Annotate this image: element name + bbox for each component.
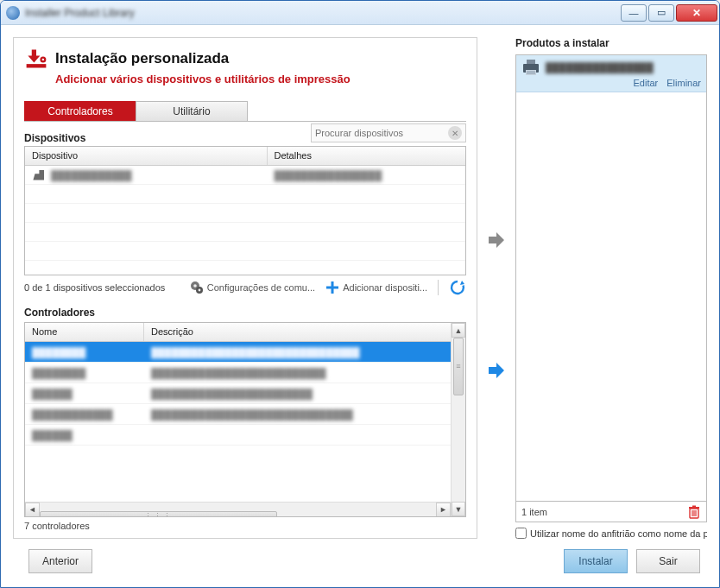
product-delete-link[interactable]: Eliminar bbox=[666, 78, 701, 88]
svg-rect-0 bbox=[27, 64, 47, 67]
add-to-products-button[interactable] bbox=[487, 231, 506, 250]
horizontal-scrollbar[interactable]: ◄ ⋮⋮⋮ ► bbox=[25, 502, 451, 516]
page-title: Instalação personalizada bbox=[55, 50, 229, 67]
controller-row[interactable]: ██████ bbox=[25, 425, 451, 446]
scroll-down-icon[interactable]: ▼ bbox=[452, 502, 465, 516]
svg-rect-13 bbox=[527, 73, 535, 74]
controllers-count: 7 controladores bbox=[24, 521, 466, 531]
scroll-vthumb[interactable]: ≡ bbox=[453, 338, 464, 395]
controller-row[interactable]: ██████ ████████████████████████ bbox=[25, 383, 451, 404]
refresh-button[interactable] bbox=[449, 279, 466, 296]
page-subtitle: Adicionar vários dispositivos e utilitár… bbox=[55, 73, 466, 85]
col-desc[interactable]: Descrição bbox=[144, 323, 451, 341]
client-area: Instalação personalizada Adicionar vário… bbox=[1, 25, 719, 587]
svg-point-6 bbox=[198, 289, 200, 292]
install-button[interactable]: Instalar bbox=[564, 549, 628, 573]
hostname-checkbox[interactable] bbox=[515, 528, 527, 539]
devices-table: Dispositivo Detalhes ████████████ ██████… bbox=[24, 146, 466, 275]
installer-window: Installer Product Library — ▭ ✕ Instalaç… bbox=[0, 0, 720, 588]
device-row[interactable]: ████████████ ████████████████ bbox=[25, 166, 465, 185]
svg-point-2 bbox=[42, 59, 44, 60]
scroll-right-icon[interactable]: ► bbox=[436, 503, 451, 517]
plus-icon bbox=[325, 281, 339, 294]
clear-search-icon[interactable]: ✕ bbox=[448, 126, 462, 140]
device-toolbar: 0 de 1 dispositivos seleccionados Config… bbox=[24, 279, 466, 296]
products-footer: 1 item bbox=[515, 502, 707, 522]
install-icon bbox=[24, 47, 48, 71]
refresh-icon bbox=[449, 279, 466, 296]
svg-rect-12 bbox=[527, 72, 535, 73]
tabs: Controladores Utilitário bbox=[24, 101, 466, 122]
left-panel: Instalação personalizada Adicionar vário… bbox=[13, 37, 477, 539]
right-panel: Produtos a instalar ████████████████ bbox=[515, 37, 707, 539]
device-search[interactable]: ✕ bbox=[311, 123, 466, 142]
window-controls: — ▭ ✕ bbox=[621, 4, 717, 22]
vertical-scrollbar[interactable]: ▲ ≡ ▼ bbox=[451, 323, 465, 516]
controller-row[interactable]: ████████ ██████████████████████████ bbox=[25, 363, 451, 383]
controllers-table: Nome Descrição ████████ ████████████████… bbox=[24, 322, 466, 517]
controller-row[interactable]: ████████████ ███████████████████████████… bbox=[25, 404, 451, 425]
hostname-checkbox-row[interactable]: Utilizar nome do anfitrião como nome da … bbox=[515, 528, 707, 539]
devices-selected-status: 0 de 1 dispositivos seleccionados bbox=[24, 282, 165, 293]
products-title: Produtos a instalar bbox=[515, 37, 707, 49]
device-name: ████████████ bbox=[51, 170, 132, 180]
scroll-up-icon[interactable]: ▲ bbox=[452, 323, 465, 338]
scroll-left-icon[interactable]: ◄ bbox=[25, 503, 40, 517]
products-count: 1 item bbox=[521, 507, 547, 517]
gear-icon bbox=[190, 281, 204, 294]
svg-point-4 bbox=[193, 284, 197, 288]
controller-row[interactable]: ████████ ███████████████████████████████ bbox=[25, 342, 451, 363]
back-button[interactable]: Anterior bbox=[28, 549, 92, 573]
products-list: ████████████████ Editar Eliminar bbox=[515, 54, 707, 502]
maximize-button[interactable]: ▭ bbox=[648, 4, 674, 22]
add-device-button[interactable]: Adicionar dispositi... bbox=[325, 281, 427, 294]
col-details[interactable]: Detalhes bbox=[268, 147, 466, 165]
svg-rect-11 bbox=[526, 70, 536, 75]
hostname-checkbox-label: Utilizar nome do anfitrião como nome da … bbox=[530, 528, 707, 539]
col-device[interactable]: Dispositivo bbox=[25, 147, 268, 165]
device-details: ████████████████ bbox=[275, 170, 382, 180]
comm-settings-button[interactable]: Configurações de comu... bbox=[190, 281, 315, 294]
app-icon bbox=[6, 6, 20, 20]
exit-button[interactable]: Sair bbox=[636, 549, 700, 573]
svg-rect-10 bbox=[527, 60, 535, 64]
page-header: Instalação personalizada bbox=[24, 47, 466, 71]
svg-rect-8 bbox=[326, 287, 338, 289]
window-title: Installer Product Library bbox=[25, 7, 621, 19]
arrow-right-icon bbox=[487, 231, 506, 250]
col-name[interactable]: Nome bbox=[25, 323, 144, 341]
main-area: Instalação personalizada Adicionar vário… bbox=[13, 37, 707, 539]
printer-small-icon bbox=[32, 170, 44, 180]
tab-controllers[interactable]: Controladores bbox=[24, 101, 136, 121]
footer: Anterior Instalar Sair bbox=[13, 546, 707, 575]
printer-icon bbox=[521, 59, 540, 76]
close-button[interactable]: ✕ bbox=[676, 4, 717, 22]
search-input[interactable] bbox=[315, 128, 448, 138]
product-name: ████████████████ bbox=[546, 62, 701, 73]
add-controller-to-products-button[interactable] bbox=[487, 361, 506, 380]
minimize-button[interactable]: — bbox=[621, 4, 647, 22]
product-edit-link[interactable]: Editar bbox=[634, 78, 659, 88]
titlebar: Installer Product Library — ▭ ✕ bbox=[1, 1, 719, 25]
tab-utility[interactable]: Utilitário bbox=[136, 101, 248, 121]
controllers-section-title: Controladores bbox=[24, 307, 466, 319]
arrow-right-icon bbox=[487, 361, 506, 380]
scroll-thumb[interactable]: ⋮⋮⋮ bbox=[40, 511, 277, 516]
transfer-column bbox=[484, 37, 508, 539]
trash-icon[interactable] bbox=[687, 505, 701, 519]
svg-rect-16 bbox=[692, 505, 696, 507]
product-item[interactable]: ████████████████ Editar Eliminar bbox=[516, 55, 706, 92]
